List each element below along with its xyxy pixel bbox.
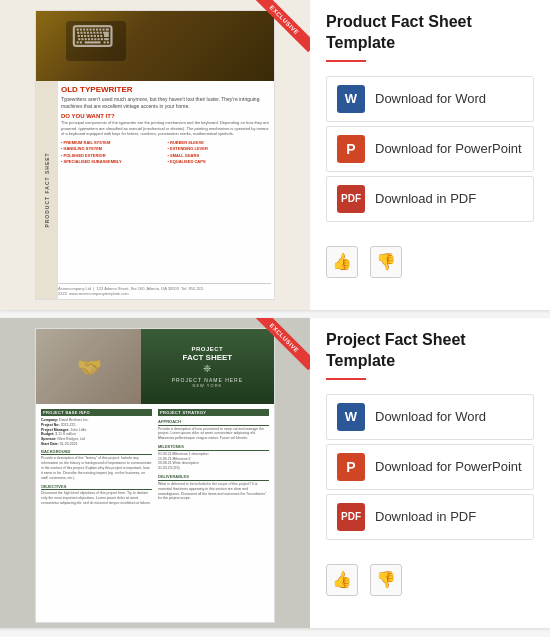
product-doc-header-image [36, 11, 274, 81]
project-word-label: Download for Word [375, 409, 486, 424]
project-download-pdf-button[interactable]: PDF Download in PDF [326, 494, 534, 540]
product-doc-intro-text: Typewriters aren't used much anymore, bu… [61, 96, 270, 110]
project-info-panel: Project Fact Sheet Template W Download f… [310, 318, 550, 628]
product-doc-title: OLD TYPEWRITER [61, 85, 270, 94]
project-doc-body: PROJECT BASE INFO Company: David Brother… [36, 404, 274, 622]
product-download-pdf-button[interactable]: PDF Download in PDF [326, 176, 534, 222]
project-objectives: OBJECTIVES Document the high-level objec… [41, 484, 152, 506]
project-download-word-button[interactable]: W Download for Word [326, 394, 534, 440]
product-download-powerpoint-button[interactable]: P Download for PowerPoint [326, 126, 534, 172]
product-thumbs-down-button[interactable]: 👎 [370, 246, 402, 278]
product-download-word-button[interactable]: W Download for Word [326, 76, 534, 122]
product-preview-area: PRODUCT FACT SHEET OLD TYPEWRITER Typewr… [0, 0, 310, 310]
product-vote-area: 👍 👎 [326, 238, 534, 278]
project-powerpoint-label: Download for PowerPoint [375, 459, 522, 474]
project-header-deco: ❈ [203, 363, 211, 374]
product-doc-col2: • RUBBER SLEEVE • EXTENDING LEVER • SMAL… [168, 140, 271, 166]
project-header-left: 🤝 [36, 329, 143, 404]
product-doc-section: DO YOU WANT IT? [61, 113, 270, 119]
project-milestones: MILESTONES 01.04.21 Milestone 1 descript… [158, 444, 269, 471]
project-approach: APPROACH Provide a description of how yo… [158, 419, 269, 441]
project-header-line1: PROJECT [191, 346, 223, 352]
product-pdf-label: Download in PDF [375, 191, 476, 206]
project-pdf-icon: PDF [337, 503, 365, 531]
product-powerpoint-icon: P [337, 135, 365, 163]
product-thumbs-up-button[interactable]: 👍 [326, 246, 358, 278]
project-thumbs-up-button[interactable]: 👍 [326, 564, 358, 596]
product-template-title: Product Fact Sheet Template [326, 12, 534, 54]
project-hands-image: 🤝 [36, 329, 143, 404]
product-doc-col1: • PREMIUM RAIL SYSTEM • HANDLING SYSTEM … [61, 140, 164, 166]
product-doc-body-text: The principal components of the typewrit… [61, 120, 270, 137]
project-pdf-label: Download in PDF [375, 509, 476, 524]
project-title-underline [326, 378, 366, 380]
project-doc-header: 🤝 PROJECT FACT SHEET ❈ PROJECT NAME HERE… [36, 329, 274, 404]
project-powerpoint-icon: P [337, 453, 365, 481]
product-word-icon: W [337, 85, 365, 113]
project-fact-sheet-card: 🤝 PROJECT FACT SHEET ❈ PROJECT NAME HERE… [0, 318, 550, 628]
project-doc: 🤝 PROJECT FACT SHEET ❈ PROJECT NAME HERE… [35, 328, 275, 623]
product-word-label: Download for Word [375, 91, 486, 106]
product-title-underline [326, 60, 366, 62]
product-doc-body: OLD TYPEWRITER Typewriters aren't used m… [58, 81, 274, 169]
product-exclusive-badge [250, 0, 310, 60]
project-deliverables: DELIVERABLES What is delivered to be inc… [158, 474, 269, 501]
product-pdf-icon: PDF [337, 185, 365, 213]
product-powerpoint-label: Download for PowerPoint [375, 141, 522, 156]
product-fact-sheet-card: PRODUCT FACT SHEET OLD TYPEWRITER Typewr… [0, 0, 550, 310]
project-template-title: Project Fact Sheet Template [326, 330, 534, 372]
project-download-powerpoint-button[interactable]: P Download for PowerPoint [326, 444, 534, 490]
product-info-panel: Product Fact Sheet Template W Download f… [310, 0, 550, 310]
project-thumbs-down-button[interactable]: 👎 [370, 564, 402, 596]
product-doc-side-text: PRODUCT FACT SHEET [36, 81, 58, 299]
project-section-base-info: PROJECT BASE INFO Company: David Brother… [39, 407, 154, 619]
product-doc-inner: PRODUCT FACT SHEET OLD TYPEWRITER Typewr… [35, 10, 275, 300]
project-word-icon: W [337, 403, 365, 431]
project-exclusive-badge [250, 318, 310, 378]
product-doc-columns: • PREMIUM RAIL SYSTEM • HANDLING SYSTEM … [61, 140, 270, 166]
project-preview-area: 🤝 PROJECT FACT SHEET ❈ PROJECT NAME HERE… [0, 318, 310, 628]
product-doc-footer: Acmecompany Ltd | 123 Adams Street, Ste … [58, 283, 271, 296]
project-section-strategy: PROJECT STRATEGY APPROACH Provide a desc… [156, 407, 271, 619]
project-vote-area: 👍 👎 [326, 556, 534, 596]
project-background: BACKGROUND Provide a description of the … [41, 449, 152, 481]
project-location: NEW YORK [193, 383, 223, 388]
project-header-line2: FACT SHEET [182, 353, 232, 362]
